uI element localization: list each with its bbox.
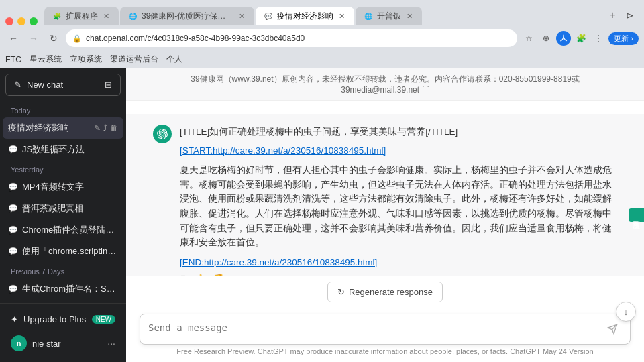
sidebar-item-text: 普洱茶减肥真相 (22, 202, 118, 215)
new-chat-label: New chat (27, 80, 63, 90)
tab-title: 39健康网-优质医疗保健信息与... (142, 11, 233, 22)
forward-button[interactable]: → (25, 30, 42, 46)
sidebar-item-3[interactable]: 💬使用「chrome.scripting.execu (3, 241, 123, 262)
update-button[interactable]: 更新 › (608, 32, 639, 45)
bookmark-立项系统[interactable]: 立项系统 (70, 54, 102, 65)
theme-tag-button[interactable]: 主题列表 (629, 208, 644, 222)
message-start-link[interactable]: [START:http://care.39.net/a/230516/10838… (180, 143, 617, 158)
input-disclaimer: Free Research Preview. ChatGPT may produ… (140, 345, 631, 359)
regenerate-button[interactable]: ↻ Regenerate response (327, 282, 443, 302)
tab-close-icon[interactable]: ✕ (337, 11, 346, 22)
tab-title: 开普饭 (377, 11, 401, 22)
scroll-to-bottom-button[interactable]: ↓ (616, 302, 636, 322)
extend-browser-button[interactable]: ⊳ (621, 7, 639, 24)
regen-icon: ↻ (337, 287, 345, 297)
traffic-light-yellow[interactable] (17, 17, 25, 25)
reload-button[interactable]: ↻ (46, 30, 62, 46)
profile-button[interactable]: 人 (556, 31, 571, 46)
bookmark-button[interactable]: ⊕ (539, 31, 553, 46)
message-end-link[interactable]: [END:http://care.39.net/a/230516/1083849… (180, 255, 617, 270)
upgrade-to-plus-button[interactable]: ✦ Upgrade to Plus NEW (5, 309, 121, 330)
tab-close-icon[interactable]: ✕ (237, 11, 246, 22)
message-title: [TITLE]如何正确处理杨梅中的虫子问题，享受其美味与营养[/TITLE] (180, 125, 617, 139)
traffic-light-red[interactable] (5, 17, 13, 25)
input-area: Free Research Preview. ChatGPT may produ… (126, 308, 644, 362)
bookmark-渠道运营后台[interactable]: 渠道运营后台 (110, 54, 158, 65)
tab-tab4[interactable]: 🌐开普饭✕ (356, 7, 422, 25)
yesterday-section-label: Yesterday (3, 160, 123, 176)
sidebar-item-1[interactable]: 💬JS数组循环方法 (3, 139, 123, 160)
user-name: nie star (32, 339, 61, 349)
tab-close-icon[interactable]: ✕ (405, 11, 414, 22)
tab-favicon: 🧩 (52, 11, 62, 21)
sidebar-item-actions: ✎⤴🗑 (94, 123, 118, 133)
sidebar-item-text: JS数组循环方法 (22, 143, 118, 156)
sidebar-item-2[interactable]: 💬Chrome插件会员登陆原理 (3, 219, 123, 241)
bookmark-星云系统[interactable]: 星云系统 (30, 54, 62, 65)
sidebar-item-text: Chrome插件会员登陆原理 (22, 224, 118, 236)
main-content: 39健康网（www.39.net）原创内容，未经授权不得转载，违者必究。内容合作… (126, 68, 644, 362)
share-item-icon[interactable]: ⤴ (103, 123, 107, 133)
chat-icon: 💬 (8, 247, 18, 256)
regen-label: Regenerate response (349, 287, 433, 297)
input-container (140, 314, 631, 345)
sidebar-item-0[interactable]: 💬MP4音频转文字 (3, 176, 123, 198)
start-link-anchor[interactable]: [START:http://care.39.net/a/230516/10838… (180, 145, 386, 156)
lock-icon: 🔒 (72, 34, 82, 43)
new-chat-button[interactable]: ✎ New chat ⊟ (5, 74, 121, 96)
new-badge: NEW (92, 315, 115, 324)
assistant-avatar (153, 125, 172, 143)
send-button[interactable] (603, 320, 622, 339)
end-link-anchor[interactable]: [END:http://care.39.net/a/230516/1083849… (180, 257, 377, 267)
sidebar-item-0[interactable]: 疫情对经济影响✎⤴🗑 (3, 117, 123, 139)
new-tab-button[interactable]: + (604, 7, 621, 24)
address-bar[interactable]: 🔒 chat.openai.com/c/4c0318c9-a58c-4b98-9… (66, 29, 517, 47)
chat-icon: 💬 (8, 182, 18, 192)
sidebar-items: Today 疫情对经济影响✎⤴🗑💬JS数组循环方法 Yesterday 💬MP4… (0, 101, 126, 303)
bookmark-ETC[interactable]: ETC (5, 55, 21, 64)
tab-favicon: 🌐 (364, 11, 373, 21)
tab-tab1[interactable]: 🧩扩展程序✕ (44, 7, 119, 25)
sparkle-icon: ✦ (11, 314, 18, 324)
chat-icon: 💬 (8, 284, 18, 294)
user-initials: n (17, 339, 21, 347)
more-button[interactable]: ⋮ (591, 31, 606, 46)
star-button[interactable]: ☆ (521, 31, 536, 46)
disclaimer-text-input: Free Research Preview. ChatGPT may produ… (176, 347, 508, 355)
sidebar-item-text: 使用「chrome.scripting.execu (22, 245, 118, 257)
tab-favicon: 💬 (264, 11, 273, 21)
user-profile-button[interactable]: n nie star ··· (5, 330, 121, 357)
message-body: 夏天是吃杨梅的好时节，但有人担心其中的虫子会影响健康。实际上，杨梅里的虫子并不会… (180, 163, 617, 250)
back-button[interactable]: ← (5, 30, 21, 46)
message-input[interactable] (148, 322, 598, 337)
disclaimer-text: 39健康网（www.39.net）原创内容，未经授权不得转载，违者必究。内容合作… (191, 74, 579, 95)
chat-icon: 💬 (8, 204, 18, 213)
tab-tab3[interactable]: 💬疫情对经济影响✕ (256, 7, 354, 25)
tab-tab2[interactable]: 🌐39健康网-优质医疗保健信息与...✕ (120, 7, 254, 25)
sidebar-item-text: MP4音频转文字 (22, 181, 118, 193)
extension-button[interactable]: 🧩 (574, 31, 588, 46)
sidebar-item-text: 疫情对经济影响 (8, 122, 94, 134)
previous-section-label: Previous 7 Days (3, 262, 123, 278)
delete-item-icon[interactable]: 🗑 (110, 123, 118, 133)
chat-icon: 💬 (8, 145, 18, 154)
edit-item-icon[interactable]: ✎ (94, 123, 101, 133)
chatgpt-version-link[interactable]: ChatGPT May 24 Version (510, 347, 594, 355)
tab-title: 扩展程序 (66, 11, 98, 22)
regen-area: ↻ Regenerate response (126, 276, 644, 308)
sidebar-item-0[interactable]: 💬生成Chrom插件名：SmartSc... (3, 278, 123, 300)
layout-icon: ⊟ (105, 80, 112, 90)
tab-title: 疫情对经济影响 (277, 11, 333, 22)
bookmark-个人[interactable]: 个人 (166, 54, 182, 65)
sidebar-item-1[interactable]: 💬普洱茶减肥真相 (3, 198, 123, 219)
today-section-label: Today (3, 101, 123, 117)
address-text: chat.openai.com/c/4c0318c9-a58c-4b98-99a… (86, 34, 305, 43)
assistant-message: [TITLE]如何正确处理杨梅中的虫子问题，享受其美味与营养[/TITLE] [… (126, 114, 644, 276)
more-options-icon: ··· (107, 338, 115, 349)
traffic-light-green[interactable] (30, 17, 38, 25)
tab-close-icon[interactable]: ✕ (102, 11, 111, 22)
upgrade-label: Upgrade to Plus (23, 314, 86, 324)
chat-area: [TITLE]如何正确处理杨梅中的虫子问题，享受其美味与营养[/TITLE] [… (126, 101, 644, 276)
tab-favicon: 🌐 (128, 11, 138, 21)
message-content: [TITLE]如何正确处理杨梅中的虫子问题，享受其美味与营养[/TITLE] [… (180, 125, 617, 269)
